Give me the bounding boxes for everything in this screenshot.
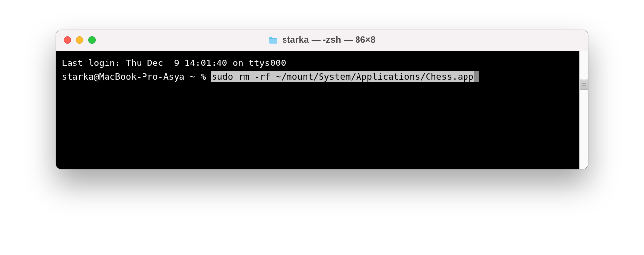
- command-text[interactable]: sudo rm -rf ~/mount/System/Applications/…: [211, 71, 474, 82]
- zoom-icon[interactable]: [88, 36, 96, 44]
- titlebar[interactable]: starka — -zsh — 86×8: [56, 30, 588, 51]
- folder-icon: [268, 36, 278, 44]
- terminal-window: starka — -zsh — 86×8 Last login: Thu Dec…: [56, 30, 588, 169]
- window-title: starka — -zsh — 86×8: [282, 35, 376, 45]
- traffic-lights: [56, 36, 96, 44]
- scrollbar-thumb[interactable]: [580, 79, 588, 90]
- prompt-text: starka@MacBook-Pro-Asya ~ %: [62, 71, 211, 82]
- terminal-content[interactable]: Last login: Thu Dec 9 14:01:40 on ttys00…: [56, 51, 588, 169]
- scrollbar[interactable]: [579, 51, 588, 169]
- cursor: [474, 71, 479, 82]
- last-login-line: Last login: Thu Dec 9 14:01:40 on ttys00…: [62, 56, 582, 70]
- prompt-line: starka@MacBook-Pro-Asya ~ % sudo rm -rf …: [62, 70, 582, 84]
- close-icon[interactable]: [64, 36, 71, 44]
- minimize-icon[interactable]: [76, 36, 83, 44]
